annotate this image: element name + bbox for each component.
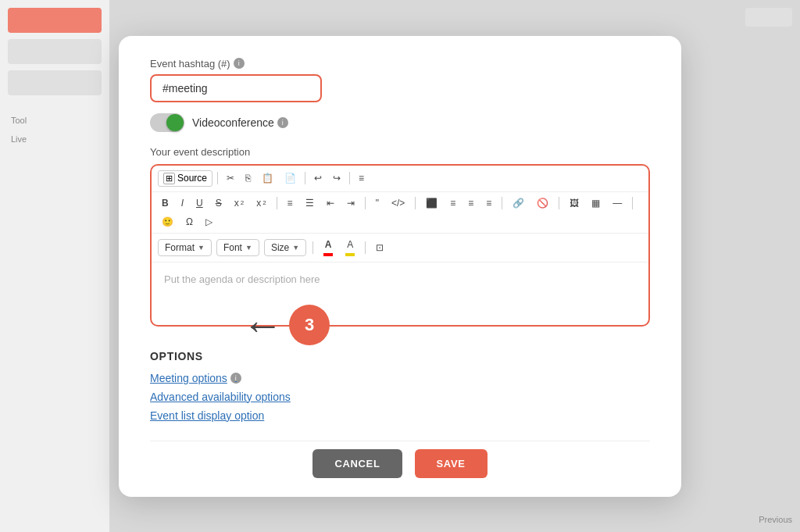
editor-toolbar-dropdowns: Format ▼ Font ▼ Size ▼ A A — [152, 234, 648, 262]
unordered-list-button[interactable]: ☰ — [302, 196, 318, 210]
image-resize-button[interactable]: ⊡ — [372, 241, 388, 255]
advanced-availability-label: Advanced availability options — [150, 391, 291, 403]
bg-color-button[interactable]: A — [341, 237, 359, 258]
separator-2 — [305, 172, 305, 184]
outdent-button[interactable]: ⇤ — [323, 196, 338, 210]
format-chevron-icon: ▼ — [198, 244, 205, 252]
bg-color-preview — [345, 253, 355, 256]
emoji-button[interactable]: 🙂 — [158, 215, 177, 229]
underline-button[interactable]: U — [192, 196, 207, 210]
redo-button[interactable]: ↪ — [329, 171, 345, 185]
align-right-button[interactable]: ≡ — [464, 196, 477, 210]
hashtag-info-icon: i — [234, 58, 245, 69]
description-section-label: Your event description — [150, 146, 650, 158]
paste-text-button[interactable]: 📄 — [280, 171, 300, 185]
editor-placeholder: Put the agenda or description here — [164, 273, 320, 285]
superscript-button[interactable]: x2 — [252, 196, 270, 210]
format-dropdown[interactable]: Format ▼ — [158, 239, 212, 256]
size-dropdown[interactable]: Size ▼ — [264, 239, 306, 256]
source-button[interactable]: ⊞ Source — [158, 170, 212, 187]
size-chevron-icon: ▼ — [292, 244, 299, 252]
undo-button[interactable]: ↩ — [310, 171, 326, 185]
editor-container: ⊞ Source ✂ ⎘ 📋 📄 ↩ ↪ ≡ B I U S x2 — [150, 164, 650, 327]
separator-10 — [312, 241, 313, 254]
save-button[interactable]: SAVE — [415, 449, 488, 478]
event-list-display-label: Event list display option — [150, 409, 264, 422]
show-blocks-button[interactable]: ▷ — [202, 215, 216, 229]
bold-button[interactable]: B — [158, 196, 173, 210]
font-color-button[interactable]: A — [320, 237, 337, 258]
font-chevron-icon: ▼ — [245, 244, 252, 252]
link-button[interactable]: 🔗 — [509, 196, 528, 210]
table-button[interactable]: ▦ — [588, 196, 604, 210]
modal: Event hashtag (#) i Videoconference i Yo… — [119, 36, 681, 497]
meeting-options-label: Meeting options — [150, 372, 227, 384]
videoconf-info-icon: i — [277, 117, 288, 128]
separator-1 — [217, 172, 218, 184]
options-title: OPTIONS — [150, 350, 650, 362]
paste-button[interactable]: 📋 — [258, 171, 277, 185]
meeting-options-link[interactable]: Meeting options i — [150, 372, 650, 384]
separator-11 — [365, 241, 366, 254]
separator-8 — [559, 197, 559, 209]
source-icon: ⊞ — [163, 173, 175, 184]
toggle-knob — [166, 114, 184, 131]
indent-button[interactable]: ⇥ — [343, 196, 359, 210]
separator-7 — [502, 197, 502, 209]
separator-4 — [277, 197, 277, 209]
strikethrough-button[interactable]: S — [212, 196, 226, 210]
italic-button[interactable]: I — [177, 196, 188, 210]
code-button[interactable]: </> — [388, 196, 409, 210]
cut-button[interactable]: ✂ — [223, 171, 238, 185]
options-section: OPTIONS Meeting options i Advanced avail… — [150, 350, 650, 422]
size-dropdown-label: Size — [271, 242, 289, 253]
unlink-button[interactable]: 🚫 — [533, 196, 552, 210]
font-color-a-icon: A — [325, 239, 332, 250]
cancel-button[interactable]: CANCEL — [312, 449, 402, 478]
special-chars-button[interactable]: Ω — [182, 215, 197, 229]
align-justify-button[interactable]: ≡ — [482, 196, 495, 210]
videoconference-row: Videoconference i — [150, 113, 650, 132]
align-center-button[interactable]: ≡ — [446, 196, 459, 210]
font-dropdown-label: Font — [223, 242, 242, 253]
modal-wrapper: Event hashtag (#) i Videoconference i Yo… — [0, 0, 800, 532]
subscript-button[interactable]: x2 — [230, 196, 248, 210]
copy-button[interactable]: ⎘ — [241, 171, 255, 185]
videoconf-label-text: Videoconference — [192, 116, 274, 129]
image-button[interactable]: 🖼 — [566, 196, 583, 210]
hashtag-label: Event hashtag (#) i — [150, 58, 650, 70]
separator-6 — [415, 197, 416, 209]
blockquote-button[interactable]: " — [372, 196, 383, 210]
editor-toolbar-top: ⊞ Source ✂ ⎘ 📋 📄 ↩ ↪ ≡ — [152, 166, 648, 192]
source-label: Source — [177, 173, 207, 184]
event-list-display-link[interactable]: Event list display option — [150, 409, 650, 422]
hashtag-input[interactable] — [150, 74, 322, 102]
ordered-list-button[interactable]: ≡ — [284, 196, 297, 210]
editor-content-area[interactable]: Put the agenda or description here — [152, 262, 648, 325]
align-left-button[interactable]: ⬛ — [422, 196, 441, 210]
font-dropdown[interactable]: Font ▼ — [216, 239, 259, 256]
meeting-options-info-icon: i — [230, 373, 241, 384]
hr-button[interactable]: — — [609, 196, 626, 210]
advanced-availability-link[interactable]: Advanced availability options — [150, 391, 650, 403]
separator-5 — [365, 197, 366, 209]
bg-color-a-icon: A — [347, 239, 353, 250]
videoconference-label: Videoconference i — [192, 116, 288, 129]
format-dropdown-label: Format — [165, 242, 195, 253]
remove-format-button[interactable]: ≡ — [355, 171, 368, 185]
editor-toolbar-fmt: B I U S x2 x2 ≡ ☰ ⇤ ⇥ " </> ⬛ ≡ ≡ ≡ — [152, 192, 648, 234]
videoconference-toggle[interactable] — [150, 113, 184, 132]
separator-3 — [349, 172, 350, 184]
separator-9 — [632, 197, 633, 209]
footer-buttons: CANCEL SAVE — [150, 441, 650, 478]
font-color-preview — [323, 253, 333, 256]
hashtag-label-text: Event hashtag (#) — [150, 58, 230, 70]
